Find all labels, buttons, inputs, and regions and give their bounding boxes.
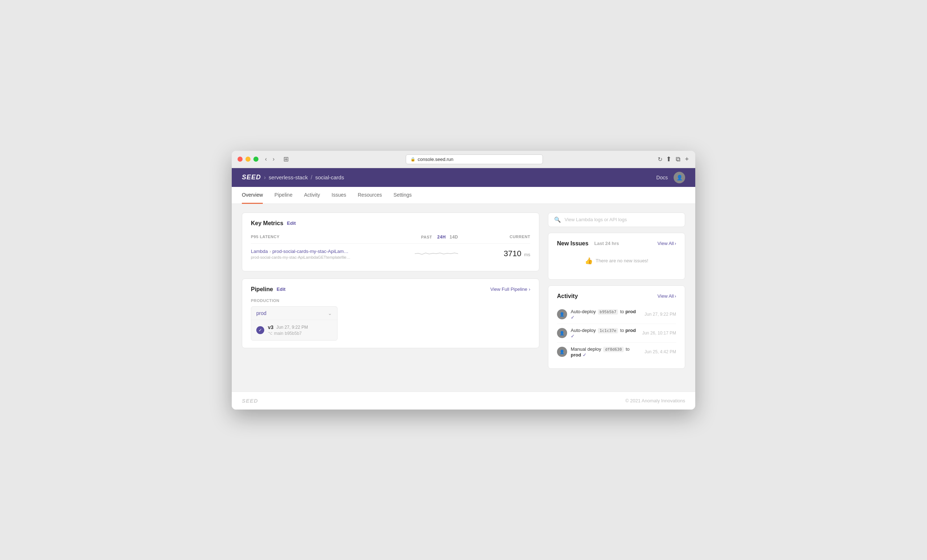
stage-name[interactable]: prod [256,310,266,316]
check-icon-2: ✓ [571,333,575,339]
activity-time-1: Jun 27, 9:22 PM [645,312,676,317]
header-left: SEED › serverless-stack / social-cards [242,173,344,181]
footer-copyright: © 2021 Anomaly Innovations [625,398,685,404]
metric-unit: ms [524,252,530,257]
tab-activity[interactable]: Activity [304,187,320,204]
activity-time-2: Jun 26, 10:17 PM [642,331,676,335]
stage-chevron-icon: ⌄ [328,310,332,316]
address-bar: 🔒 console.seed.run [295,155,654,164]
minimize-button[interactable] [245,156,251,162]
deploy-date: Jun 27, 9:22 PM [277,325,308,330]
tab-pipeline[interactable]: Pipeline [274,187,292,204]
new-issues-header: New Issues Last 24 hrs View All › [557,240,676,247]
url-text: console.seed.run [418,156,453,162]
activity-avatar-3: 👤 [557,347,567,357]
nav-tabs: Overview Pipeline Activity Issues Resour… [232,187,695,204]
metric-value-cell: 3710 ms [494,249,530,258]
deploy-info: v3 Jun 27, 9:22 PM ⌥ main b95b5b7 [268,325,332,336]
no-issues-message: 👍 There are no new issues! [557,250,676,272]
pipeline-stage: prod ⌄ ✓ v3 Jun 27, 9:22 PM ⌥ ma [251,307,337,341]
main-content: Key Metrics Edit P95 LATENCY PAST 24H 14… [232,204,695,392]
reload-button[interactable]: ↻ [658,156,663,163]
browser-nav-buttons: ‹ › [263,155,277,163]
stage-header: prod ⌄ [251,307,337,320]
lambda-function-info: Lambda › prod-social-cards-my-stac-ApiLa… [251,248,415,260]
forward-button[interactable]: › [271,155,277,163]
new-issues-view-all-link[interactable]: View All › [657,241,676,246]
key-metrics-card: Key Metrics Edit P95 LATENCY PAST 24H 14… [242,212,539,271]
seed-logo[interactable]: SEED [242,173,261,181]
deploy-meta: ⌥ main b95b5b7 [268,331,332,336]
commit-badge-2: 1c1c37e [598,328,618,333]
activity-text-2: Auto-deploy 1c1c37e to prod ✓ [571,328,638,339]
metric-value: 3710 [504,249,521,258]
key-metrics-title: Key Metrics Edit [251,220,296,227]
key-metrics-header: Key Metrics Edit [251,220,530,227]
time-tab-24h[interactable]: 24H [437,235,446,240]
activity-action-2: Auto-deploy [571,328,596,333]
stage-deploy: ✓ v3 Jun 27, 9:22 PM ⌥ main b95b5b7 [251,320,337,340]
view-full-pipeline-link[interactable]: View Full Pipeline › [490,287,530,292]
activity-title: Activity [557,293,578,299]
activity-time-3: Jun 25, 4:42 PM [645,349,676,354]
activity-action-3: Manual deploy [571,346,602,352]
browser-chrome: ‹ › ⊞ 🔒 console.seed.run ↻ ⬆ ⧉ + [232,151,695,168]
function-name[interactable]: prod-social-cards-my-stac-ApiLam… [272,249,348,254]
metrics-edit-link[interactable]: Edit [287,220,296,226]
docs-link[interactable]: Docs [656,175,668,181]
activity-item: 👤 Manual deploy df0d630 to prod ✓ Jun 25… [557,343,676,361]
tab-settings[interactable]: Settings [394,187,412,204]
deploy-check-icon: ✓ [256,326,264,334]
app-footer: SEED © 2021 Anomaly Innovations [232,392,695,410]
col-p95-latency: P95 LATENCY [251,235,415,240]
breadcrumb-social-cards[interactable]: social-cards [315,174,344,181]
add-tab-button[interactable]: + [684,155,690,164]
new-issues-title: New Issues Last 24 hrs [557,240,619,247]
header-right: Docs 👤 [656,172,685,183]
tab-overview[interactable]: Overview [242,187,263,204]
lock-icon: 🔒 [410,157,415,162]
metrics-row: Lambda › prod-social-cards-my-stac-ApiLa… [251,243,530,264]
new-issues-card: New Issues Last 24 hrs View All › 👍 Ther… [548,233,685,280]
activity-avatar-2: 👤 [557,328,567,338]
check-icon-1: ✓ [571,315,575,320]
pipeline-edit-link[interactable]: Edit [277,287,286,292]
function-full-name: prod-social-cards-my-stac-ApiLambdaGETte… [251,255,415,260]
activity-view-all-link[interactable]: View All › [657,293,676,299]
activity-text-1: Auto-deploy b95b5b7 to prod ✓ [571,309,641,320]
traffic-lights [237,156,258,162]
activity-item: 👤 Auto-deploy b95b5b7 to prod ✓ Jun 27, … [557,305,676,324]
search-box[interactable]: 🔍 View Lambda logs or API logs [548,212,685,227]
breadcrumb-serverless-stack[interactable]: serverless-stack [269,174,307,181]
search-placeholder-text: View Lambda logs or API logs [565,217,627,222]
deploy-version: v3 Jun 27, 9:22 PM [268,325,332,330]
footer-logo: SEED [242,398,258,404]
activity-item: 👤 Auto-deploy 1c1c37e to prod ✓ Jun 26, … [557,324,676,343]
activity-card: Activity View All › 👤 Auto-deploy b95b5b… [548,285,685,369]
tab-issues[interactable]: Issues [332,187,346,204]
share-button[interactable]: ⬆ [665,155,672,164]
user-avatar[interactable]: 👤 [673,172,685,183]
url-input[interactable]: 🔒 console.seed.run [406,155,543,164]
check-icon-3: ✓ [583,352,587,358]
sparkline-chart [415,248,458,259]
pipeline-card: Pipeline Edit View Full Pipeline › PRODU… [242,279,539,348]
sidebar-toggle-button[interactable]: ⊞ [281,155,291,164]
pipeline-title: Pipeline Edit [251,286,286,293]
left-column: Key Metrics Edit P95 LATENCY PAST 24H 14… [242,212,539,383]
col-past: PAST 24H 14D [415,235,458,240]
maximize-button[interactable] [254,156,258,162]
back-button[interactable]: ‹ [263,155,269,163]
new-tab-button[interactable]: ⧉ [675,155,681,164]
commit-badge-3: df0d630 [603,347,623,352]
activity-text-3: Manual deploy df0d630 to prod ✓ [571,346,641,358]
tab-resources[interactable]: Resources [358,187,382,204]
time-tab-14d[interactable]: 14D [450,235,458,240]
search-icon: 🔍 [554,217,561,223]
lambda-link[interactable]: Lambda › prod-social-cards-my-stac-ApiLa… [251,248,415,254]
git-branch-icon: ⌥ [268,331,272,335]
breadcrumb-sep-1: › [264,174,266,181]
issues-meta: Last 24 hrs [594,241,619,246]
close-button[interactable] [237,156,243,162]
commit-badge-1: b95b5b7 [598,309,618,315]
